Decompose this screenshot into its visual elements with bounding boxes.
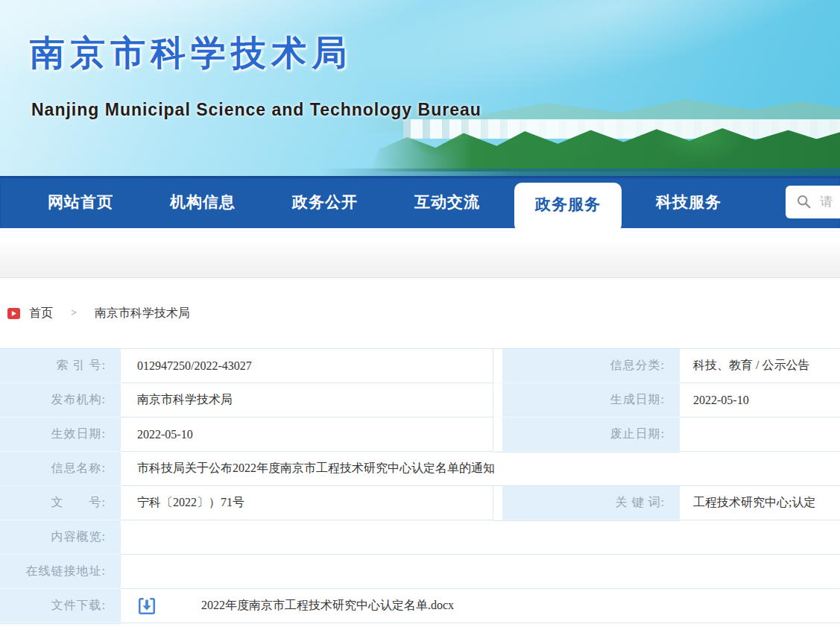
- breadcrumb-marker-icon: [7, 308, 20, 319]
- field-value-effective-date: 2022-05-10: [121, 418, 493, 452]
- search-box[interactable]: [786, 186, 840, 218]
- page: 南京市科学技术局 Nanjing Municipal Science and T…: [0, 0, 840, 630]
- site-title: 南京市科学技术局: [30, 30, 352, 77]
- breadcrumb-separator: >: [71, 307, 77, 319]
- document-info-table: 索 引 号: 012947250/2022-43027 信息分类: 科技、教育 …: [0, 348, 840, 623]
- breadcrumb: 首页 > 南京市科学技术局: [0, 278, 840, 348]
- field-label-doc-number: 文 号:: [0, 486, 121, 520]
- field-label-file-download: 文件下载:: [0, 589, 121, 623]
- field-label-created-date: 生成日期:: [493, 383, 680, 418]
- field-value-issuing-org: 南京市科学技术局: [121, 383, 493, 418]
- nav-item-interaction[interactable]: 互动交流: [392, 176, 502, 228]
- field-label-effective-date: 生效日期:: [0, 418, 121, 452]
- field-value-created-date: 2022-05-10: [680, 383, 840, 418]
- field-label-issuing-org: 发布机构:: [0, 383, 121, 418]
- nav-item-gov-open[interactable]: 政务公开: [270, 176, 380, 228]
- site-banner: 南京市科学技术局 Nanjing Municipal Science and T…: [0, 0, 840, 176]
- search-input[interactable]: [820, 195, 840, 210]
- field-value-index-number: 012947250/2022-43027: [121, 349, 493, 383]
- field-value-file-download: 2022年度南京市工程技术研究中心认定名单.docx: [121, 589, 840, 623]
- field-value-info-category: 科技、教育 / 公示公告: [680, 349, 840, 383]
- field-value-online-link: [121, 555, 840, 589]
- download-file-link[interactable]: 2022年度南京市工程技术研究中心认定名单.docx: [201, 598, 454, 614]
- field-value-content-overview: [121, 520, 840, 555]
- field-label-index-number: 索 引 号:: [0, 349, 121, 383]
- banner-water-graphic: [0, 168, 840, 176]
- field-label-content-overview: 内容概览:: [0, 520, 121, 555]
- field-value-info-name: 市科技局关于公布2022年度南京市工程技术研究中心认定名单的通知: [121, 452, 840, 486]
- nav-item-home[interactable]: 网站首页: [25, 176, 136, 228]
- field-label-repeal-date: 废止日期:: [493, 418, 680, 452]
- breadcrumb-current[interactable]: 南京市科学技术局: [95, 306, 190, 321]
- nav-item-tech-services[interactable]: 科技服务: [634, 176, 744, 228]
- download-icon[interactable]: [137, 596, 157, 616]
- field-label-online-link: 在线链接地址:: [0, 555, 121, 589]
- site-subtitle-english: Nanjing Municipal Science and Technology…: [31, 100, 481, 120]
- field-value-keywords: 工程技术研究中心;认定: [680, 486, 840, 520]
- field-label-info-category: 信息分类:: [493, 349, 680, 383]
- field-value-doc-number: 宁科〔2022〕）71号: [121, 486, 493, 520]
- nav-item-org-info[interactable]: 机构信息: [148, 176, 258, 228]
- field-value-repeal-date: [680, 418, 840, 452]
- field-label-keywords: 关 键 词:: [493, 486, 680, 520]
- search-icon[interactable]: [796, 194, 812, 210]
- main-navigation: 网站首页 机构信息 政务公开 互动交流 政务服务 科技服务: [0, 176, 840, 228]
- breadcrumb-home-link[interactable]: 首页: [29, 306, 53, 321]
- nav-item-gov-services-active[interactable]: 政务服务: [514, 183, 622, 232]
- field-label-info-name: 信息名称:: [0, 452, 121, 486]
- sub-nav-band: [0, 228, 840, 278]
